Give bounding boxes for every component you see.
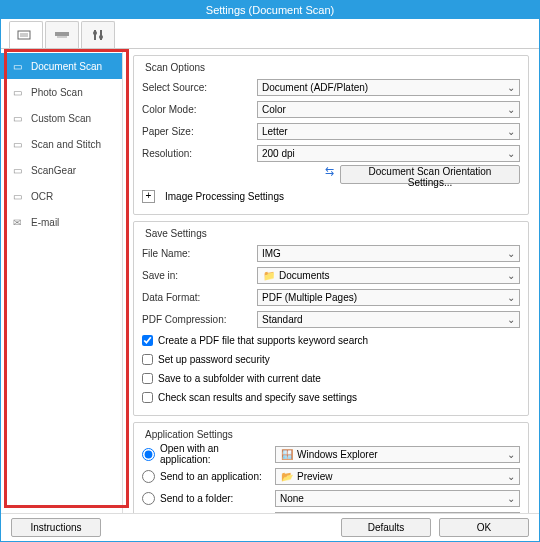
send-to-app-label: Send to an application: [160,471,270,482]
instructions-button[interactable]: Instructions [11,518,101,537]
attach-email-dropdown[interactable]: None (Attach Manually) [275,512,520,514]
keyword-search-checkbox[interactable] [142,335,153,346]
subfolder-date-label: Save to a subfolder with current date [158,373,321,384]
data-format-label: Data Format: [142,292,257,303]
reset-icon[interactable]: ⇆ [325,165,334,184]
email-icon: ✉ [9,215,25,229]
check-results-label: Check scan results and specify save sett… [158,392,357,403]
sidebar-item-label: Scan and Stitch [31,139,101,150]
open-with-app-dropdown[interactable]: Windows Explorer [275,446,520,463]
windows-icon [280,449,294,460]
keyword-search-label: Create a PDF file that supports keyword … [158,335,368,346]
sidebar-item-label: Document Scan [31,61,102,72]
document-icon: ▭ [9,59,25,73]
custom-icon: ▭ [9,111,25,125]
sidebar-item-email[interactable]: ✉E-mail [1,209,122,235]
pdf-compression-label: PDF Compression: [142,314,257,325]
tab-scan-from-panel[interactable] [45,21,79,48]
save-in-label: Save in: [142,270,257,281]
scan-options-group: Scan Options Select Source:Document (ADF… [133,55,529,215]
sidebar-item-label: E-mail [31,217,59,228]
sidebar: ▭Document Scan ▭Photo Scan ▭Custom Scan … [1,49,123,513]
app-icon [280,471,294,482]
paper-size-label: Paper Size: [142,126,257,137]
file-name-input[interactable]: IMG [257,245,520,262]
top-tabbar [1,19,539,49]
pdf-compression-dropdown[interactable]: Standard [257,311,520,328]
ok-button[interactable]: OK [439,518,529,537]
sidebar-item-label: ScanGear [31,165,76,176]
photo-icon: ▭ [9,85,25,99]
orientation-settings-button[interactable]: Document Scan Orientation Settings... [340,165,520,184]
send-to-folder-label: Send to a folder: [160,493,270,504]
application-settings-group: Application Settings Open with an applic… [133,422,529,513]
resolution-label: Resolution: [142,148,257,159]
svg-rect-1 [20,33,28,37]
sidebar-item-scan-and-stitch[interactable]: ▭Scan and Stitch [1,131,122,157]
data-format-dropdown[interactable]: PDF (Multiple Pages) [257,289,520,306]
scangear-icon: ▭ [9,163,25,177]
select-source-dropdown[interactable]: Document (ADF/Platen) [257,79,520,96]
send-to-app-dropdown[interactable]: Preview [275,468,520,485]
sidebar-item-custom-scan[interactable]: ▭Custom Scan [1,105,122,131]
open-with-app-radio[interactable] [142,448,155,461]
save-settings-legend: Save Settings [142,228,210,239]
footer: Instructions Defaults OK [1,513,539,541]
svg-rect-3 [57,36,67,38]
send-to-folder-dropdown[interactable]: None [275,490,520,507]
save-in-dropdown[interactable]: Documents [257,267,520,284]
sidebar-item-document-scan[interactable]: ▭Document Scan [1,53,122,79]
expand-image-processing[interactable]: + [142,190,155,203]
sidebar-item-ocr[interactable]: ▭OCR [1,183,122,209]
resolution-dropdown[interactable]: 200 dpi [257,145,520,162]
open-with-app-label: Open with an application: [160,443,270,465]
defaults-button[interactable]: Defaults [341,518,431,537]
send-to-app-radio[interactable] [142,470,155,483]
title-bar: Settings (Document Scan) [1,1,539,19]
application-settings-legend: Application Settings [142,429,236,440]
svg-point-6 [93,31,97,35]
sidebar-item-label: Custom Scan [31,113,91,124]
paper-size-dropdown[interactable]: Letter [257,123,520,140]
sidebar-item-label: OCR [31,191,53,202]
content-pane: Scan Options Select Source:Document (ADF… [123,49,539,513]
check-results-checkbox[interactable] [142,392,153,403]
save-settings-group: Save Settings File Name:IMG Save in:Docu… [133,221,529,416]
color-mode-label: Color Mode: [142,104,257,115]
sidebar-item-label: Photo Scan [31,87,83,98]
subfolder-date-checkbox[interactable] [142,373,153,384]
svg-point-7 [99,35,103,39]
image-processing-label: Image Processing Settings [165,191,284,202]
sidebar-item-photo-scan[interactable]: ▭Photo Scan [1,79,122,105]
scan-options-legend: Scan Options [142,62,208,73]
password-security-label: Set up password security [158,354,270,365]
svg-rect-2 [55,32,69,36]
file-name-label: File Name: [142,248,257,259]
tab-scan-from-computer[interactable] [9,21,43,48]
color-mode-dropdown[interactable]: Color [257,101,520,118]
send-to-folder-radio[interactable] [142,492,155,505]
ocr-icon: ▭ [9,189,25,203]
stitch-icon: ▭ [9,137,25,151]
tab-general-settings[interactable] [81,21,115,48]
select-source-label: Select Source: [142,82,257,93]
settings-window: Settings (Document Scan) ▭Document Scan … [0,0,540,542]
folder-icon [262,270,276,281]
password-security-checkbox[interactable] [142,354,153,365]
sidebar-item-scangear[interactable]: ▭ScanGear [1,157,122,183]
